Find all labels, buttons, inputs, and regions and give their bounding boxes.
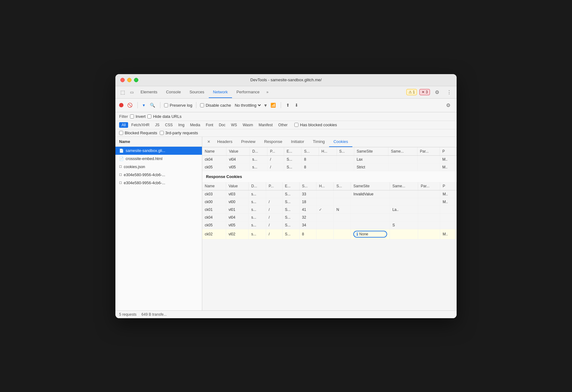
preserve-log-label[interactable]: Preserve log [164,103,192,108]
tab-performance[interactable]: Performance [232,87,264,98]
has-blocked-cookies-label[interactable]: Has blocked cookies [294,122,337,127]
sidebar-item-3[interactable]: ☐ e304e580-9956-4cb6-... [115,171,202,179]
throttle-select[interactable]: No throttling [234,103,262,108]
info-icon: ℹ [356,232,358,237]
filter-font[interactable]: Font [203,122,216,128]
more-options-icon[interactable]: ⋮ [444,87,454,97]
col-p2: P [440,147,456,156]
hide-data-urls-label[interactable]: Hide data URLs [147,114,181,119]
more-tabs-button[interactable]: » [264,87,271,97]
type-filter-bar: All Fetch/XHR JS CSS Img Media Font Doc … [115,121,457,129]
tab-sources[interactable]: Sources [185,87,209,98]
search-icon[interactable]: 🔍 [149,102,156,108]
network-settings-icon[interactable]: ⚙ [444,100,453,110]
panel-tab-headers[interactable]: Headers [213,137,237,147]
col-value: Value [226,147,250,156]
invert-label[interactable]: Invert [130,114,146,119]
error-count: 3 [426,90,428,94]
third-party-label[interactable]: 3rd-party requests [160,131,198,135]
tab-network[interactable]: Network [209,87,232,98]
col-p: P... [267,147,284,156]
has-blocked-cookies-checkbox[interactable] [294,123,298,127]
sidebar-item-0[interactable]: 📄 samesite-sandbox.gli... [115,147,202,155]
col-e: E... [284,147,302,156]
panel-tab-response[interactable]: Response [260,137,287,147]
blocked-requests-checkbox[interactable] [119,131,123,135]
third-party-checkbox[interactable] [160,131,164,135]
tab-console[interactable]: Console [162,87,185,98]
col-s2: S... [337,147,354,156]
invert-checkbox[interactable] [130,114,134,118]
separator-2 [160,102,160,108]
maximize-button[interactable] [134,78,138,82]
error-badge[interactable]: ✕ 3 [419,89,430,95]
filter-js[interactable]: JS [153,122,162,128]
panel-tab-preview[interactable]: Preview [237,137,260,147]
warning-count: 1 [413,90,415,94]
warning-badge[interactable]: ⚠ 1 [406,89,417,95]
filter-manifest[interactable]: Manifest [256,122,275,128]
download-icon[interactable]: ⬇ [293,102,300,108]
titlebar: DevTools - samesite-sandbox.glitch.me/ [115,74,457,86]
rcol-e: E... [282,182,299,190]
status-bar: 5 requests 649 B transfe... [115,310,457,318]
rcol-par: Par... [418,182,440,190]
rcol-name: Name [202,182,226,190]
panel-tab-timing[interactable]: Timing [309,137,329,147]
preserve-log-checkbox[interactable] [164,103,168,107]
blocked-requests-label[interactable]: Blocked Requests [119,131,157,135]
table-row[interactable]: ck05 vl05 s... / S... 8 Strict M.. [202,163,457,171]
filter-fetch-xhr[interactable]: Fetch/XHR [129,122,152,128]
rcol-s2: S... [334,182,351,190]
disable-cache-label[interactable]: Disable cache [200,103,231,108]
filter-types: All Fetch/XHR JS CSS Img Media Font Doc … [119,122,290,128]
table-row[interactable]: ck04 vl04 s... / S... 32 [202,213,457,221]
filter-ws[interactable]: WS [229,122,239,128]
sidebar-item-1[interactable]: 📄 crosssite-embed.html [115,155,202,163]
panel-tab-initiator[interactable]: Initiator [287,137,309,147]
filter-other[interactable]: Other [276,122,290,128]
filter-img[interactable]: Img [176,122,187,128]
record-button[interactable] [119,103,123,107]
panel-close-icon[interactable]: ✕ [205,137,213,146]
disable-cache-checkbox[interactable] [200,103,204,107]
sidebar-item-2[interactable]: ☐ cookies.json [115,163,202,171]
col-s: S... [302,147,319,156]
cookies-content: Name Value D... P... E... S... H... S...… [202,147,457,310]
rcol-s: S... [299,182,316,190]
rcol-samesite: SameSite [351,182,390,190]
filter-css[interactable]: CSS [163,122,175,128]
table-row[interactable]: ck00 vl00 s... / S... 18 M.. [202,198,457,206]
filter-doc[interactable]: Doc [216,122,228,128]
rcol-h: H... [316,182,334,190]
devtools-window: DevTools - samesite-sandbox.glitch.me/ ⬚… [115,74,457,318]
table-row[interactable]: ck03 vl03 s... S... 33 InvalidValue M.. [202,190,457,198]
table-row[interactable]: ck05 vl05 s... / S... 34 S [202,221,457,229]
tab-elements[interactable]: Elements [136,87,162,98]
checkmark-icon: ✓ [319,207,322,212]
sidebar-item-4[interactable]: ☐ e304e580-9956-4cb6-... [115,179,202,187]
filter-all[interactable]: All [119,122,128,128]
panel-tab-cookies[interactable]: Cookies [329,137,352,147]
table-row-highlighted[interactable]: ck02 vl02 s... / S... 8 ℹ None [202,229,457,239]
wifi-icon[interactable]: 📶 [269,102,277,108]
cursor-icon[interactable]: ⬚ [118,86,127,98]
none-label: None [359,232,368,236]
filter-media[interactable]: Media [188,122,203,128]
settings-icon[interactable]: ⚙ [432,87,442,97]
minimize-button[interactable] [127,78,132,82]
table-row[interactable]: ck01 vl01 s... / S... 41 ✓ N This attemp… [202,206,457,213]
warning-icon: ⚠ [409,90,412,94]
device-icon[interactable]: ▭ [127,87,136,98]
response-cookies-table: Name Value D... P... E... S... H... S...… [202,182,457,239]
hide-data-urls-checkbox[interactable] [147,114,151,118]
second-filter-row: Blocked Requests 3rd-party requests [115,129,457,137]
table-row[interactable]: ck04 vl04 s... / S... 8 Lax M.. [202,155,457,163]
separator-1 [137,102,138,108]
filter-icon[interactable]: ▾ [141,102,146,108]
file-icon-0: 📄 [119,149,124,153]
close-button[interactable] [120,78,125,82]
upload-icon[interactable]: ⬆ [285,102,291,108]
clear-icon[interactable]: 🚫 [126,102,134,108]
filter-wasm[interactable]: Wasm [240,122,256,128]
